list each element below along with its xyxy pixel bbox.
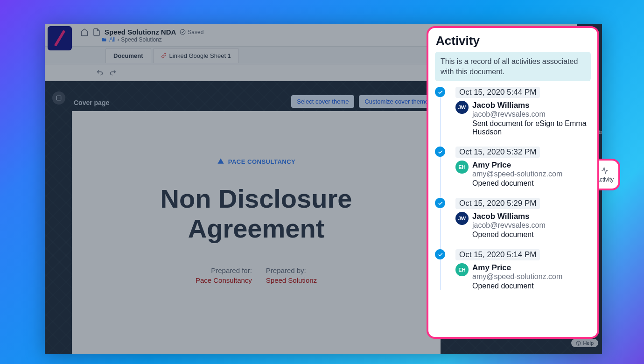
event-user-email: jacob@revvsales.com — [472, 110, 591, 119]
avatar: EH — [455, 263, 469, 276]
tab-document-label: Document — [113, 52, 143, 59]
cover-page[interactable]: PACE CONSULTANCY Non Disclosure Agreemen… — [72, 111, 441, 354]
prepared-row: Prepared for: Pace Consultancy Prepared … — [91, 266, 422, 284]
activity-event[interactable]: Oct 15, 2020 5:44 PM JW Jacob Williams j… — [435, 87, 591, 136]
page-settings-icon[interactable] — [52, 91, 65, 105]
breadcrumb-all[interactable]: All — [109, 36, 115, 43]
home-icon[interactable] — [80, 28, 89, 36]
document-heading: Non Disclosure Agreement — [91, 184, 422, 244]
help-label: Help — [583, 340, 594, 346]
event-time: Oct 15, 2020 5:32 PM — [455, 147, 540, 158]
select-cover-theme-button[interactable]: Select cover theme — [291, 95, 354, 108]
prepared-for-label: Prepared for: — [196, 266, 252, 274]
event-check-icon — [435, 249, 445, 259]
slash-icon — [52, 30, 68, 46]
event-check-icon — [435, 198, 445, 208]
brand-name: PACE CONSULTANCY — [228, 158, 296, 165]
event-time: Oct 15, 2020 5:29 PM — [455, 198, 540, 209]
prepared-for-value: Pace Consultancy — [196, 276, 252, 284]
avatar: JW — [455, 101, 469, 114]
saved-status: Saved — [180, 29, 203, 35]
help-button[interactable]: Help — [571, 339, 598, 347]
avatar: EH — [455, 161, 469, 174]
undo-icon[interactable] — [96, 69, 104, 77]
activity-event[interactable]: Oct 15, 2020 5:14 PM EH Amy Price amy@sp… — [435, 249, 591, 290]
svg-point-9 — [578, 344, 579, 344]
event-user-name: Amy Price — [472, 263, 562, 273]
activity-event[interactable]: Oct 15, 2020 5:29 PM JW Jacob Williams j… — [435, 198, 591, 239]
event-user-email: jacob@revvsales.com — [472, 221, 546, 230]
event-action: Opened document — [472, 231, 546, 239]
activity-pulse-icon — [600, 166, 610, 175]
document-title: Speed Solutionz NDA — [105, 28, 176, 36]
event-user-name: Jacob Williams — [472, 212, 546, 221]
tab-sheet-label: Linked Google Sheet 1 — [169, 52, 231, 59]
breadcrumb: All › Speed Solutionz — [101, 36, 203, 43]
event-check-icon — [435, 87, 445, 97]
event-action: Opened document — [472, 282, 562, 290]
svg-point-1 — [180, 29, 185, 35]
redo-icon[interactable] — [109, 69, 117, 77]
prepared-by-value: Speed Solutionz — [266, 276, 317, 284]
link-icon — [161, 53, 167, 58]
activity-title: Activity — [436, 34, 591, 48]
tab-document[interactable]: Document — [105, 48, 151, 63]
brand-logo-icon — [217, 158, 224, 165]
event-action: Opened document — [472, 179, 562, 188]
activity-description: This is a record of all activities assoc… — [435, 52, 591, 81]
cover-page-label: Cover page — [74, 99, 109, 106]
activity-timeline: Oct 15, 2020 5:44 PM JW Jacob Williams j… — [435, 87, 591, 290]
document-icon — [92, 28, 101, 36]
breadcrumb-current[interactable]: Speed Solutionz — [121, 36, 161, 43]
event-time: Oct 15, 2020 5:44 PM — [455, 87, 540, 98]
title-line-1: Non Disclosure — [91, 184, 422, 214]
activity-panel: Activity This is a record of all activit… — [427, 26, 599, 339]
tab-linked-sheet[interactable]: Linked Google Sheet 1 — [153, 48, 239, 63]
svg-rect-2 — [56, 96, 61, 100]
avatar: JW — [455, 212, 469, 225]
title-line-2: Agreement — [91, 214, 422, 244]
activity-event[interactable]: Oct 15, 2020 5:32 PM EH Amy Price amy@sp… — [435, 147, 591, 188]
event-user-email: amy@speed-solutionz.com — [472, 273, 562, 281]
brand-row: PACE CONSULTANCY — [91, 158, 422, 165]
help-icon — [576, 341, 581, 346]
saved-label: Saved — [188, 29, 203, 35]
event-action: Sent document for eSign to Emma Husdson — [472, 119, 591, 136]
event-time: Oct 15, 2020 5:14 PM — [455, 249, 540, 260]
event-check-icon — [435, 147, 445, 157]
check-circle-icon — [180, 29, 186, 35]
folder-icon — [101, 37, 107, 42]
layers-icon — [56, 95, 62, 101]
customize-cover-theme-button[interactable]: Customize cover theme — [359, 95, 434, 108]
event-user-email: amy@speed-solutionz.com — [472, 170, 562, 178]
prepared-by-label: Prepared by: — [266, 266, 317, 274]
svg-line-0 — [56, 32, 64, 45]
event-user-name: Amy Price — [472, 161, 562, 170]
app-logo[interactable] — [48, 26, 72, 50]
event-user-name: Jacob Williams — [472, 101, 591, 110]
